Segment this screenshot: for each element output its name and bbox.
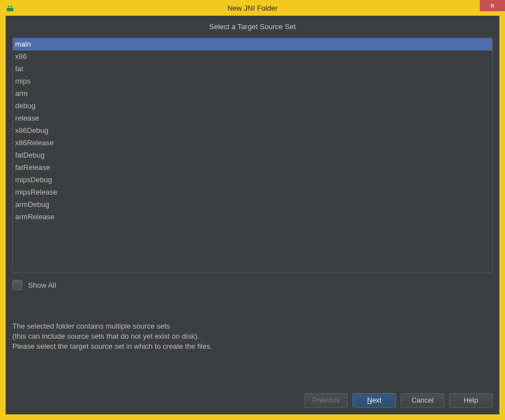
close-button[interactable]: ✕ bbox=[480, 0, 505, 11]
source-set-item[interactable]: mips bbox=[13, 75, 492, 87]
source-set-item[interactable]: fat bbox=[13, 63, 492, 75]
button-label: Next bbox=[367, 396, 382, 404]
source-set-item[interactable]: release bbox=[13, 112, 492, 124]
close-icon: ✕ bbox=[490, 2, 495, 10]
window-title: New JNI Folder bbox=[227, 4, 278, 12]
info-line: The selected folder contains multiple so… bbox=[12, 321, 493, 331]
next-button[interactable]: Next bbox=[352, 393, 396, 408]
info-text: The selected folder contains multiple so… bbox=[12, 321, 493, 352]
button-label: Previous bbox=[313, 396, 340, 404]
button-label: Cancel bbox=[412, 396, 434, 404]
section-heading: Select a Target Source Set bbox=[12, 22, 493, 31]
svg-point-2 bbox=[11, 6, 12, 7]
source-set-item[interactable]: main bbox=[13, 38, 492, 50]
show-all-label: Show All bbox=[28, 281, 56, 289]
source-set-item[interactable]: arm bbox=[13, 87, 492, 100]
source-set-item[interactable]: x86Release bbox=[13, 137, 492, 149]
source-set-item[interactable]: armDebug bbox=[13, 199, 492, 211]
svg-rect-0 bbox=[7, 8, 13, 11]
cancel-button[interactable]: Cancel bbox=[401, 393, 444, 408]
source-set-item[interactable]: x86 bbox=[13, 50, 492, 63]
svg-line-3 bbox=[8, 4, 9, 6]
source-set-item[interactable]: mipsDebug bbox=[13, 174, 492, 186]
button-row: Previous Next Cancel Help bbox=[12, 383, 493, 408]
button-label: Help bbox=[463, 396, 478, 404]
source-set-item[interactable]: fatDebug bbox=[13, 149, 492, 161]
svg-point-1 bbox=[8, 6, 10, 7]
titlebar: New JNI Folder ✕ bbox=[0, 0, 505, 16]
source-set-item[interactable]: x86Debug bbox=[13, 124, 492, 137]
info-line: Please select the target source set in w… bbox=[12, 341, 493, 352]
source-set-item[interactable]: armRelease bbox=[13, 211, 492, 223]
dialog-content: Select a Target Source Set mainx86fatmip… bbox=[6, 16, 499, 414]
source-set-item[interactable]: mipsRelease bbox=[13, 186, 492, 199]
source-set-item[interactable]: debug bbox=[13, 100, 492, 112]
previous-button[interactable]: Previous bbox=[304, 393, 348, 408]
show-all-checkbox[interactable] bbox=[12, 280, 22, 290]
info-line: (this can include source sets that do no… bbox=[12, 331, 493, 341]
source-set-listbox[interactable]: mainx86fatmipsarmdebugreleasex86Debugx86… bbox=[12, 38, 493, 273]
svg-line-4 bbox=[12, 4, 13, 6]
source-set-item[interactable]: fatRelease bbox=[13, 161, 492, 174]
dialog-window: New JNI Folder ✕ Select a Target Source … bbox=[0, 0, 505, 420]
show-all-row: Show All bbox=[12, 280, 493, 290]
help-button[interactable]: Help bbox=[449, 393, 493, 408]
android-app-icon bbox=[6, 3, 15, 12]
